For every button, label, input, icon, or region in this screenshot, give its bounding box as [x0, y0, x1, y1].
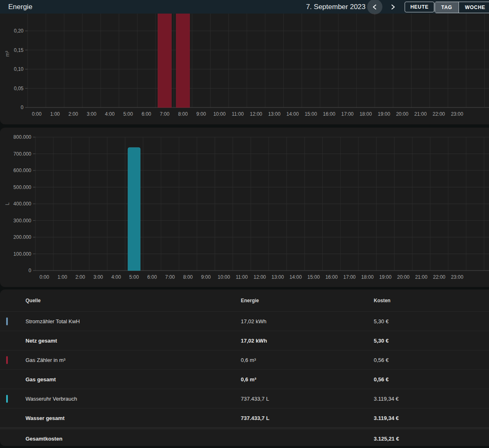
svg-text:L: L [5, 202, 10, 205]
svg-text:400.000: 400.000 [14, 201, 32, 207]
svg-text:200.000: 200.000 [14, 234, 32, 240]
svg-text:16:00: 16:00 [325, 274, 338, 280]
energy-value: 0,6 m³ [241, 376, 374, 383]
chevron-left-icon [371, 3, 379, 11]
svg-text:22:00: 22:00 [433, 111, 445, 117]
svg-text:3:00: 3:00 [93, 274, 103, 280]
page-title: Energie [8, 3, 33, 11]
cost-value: 3.119,34 € [374, 415, 489, 421]
svg-text:300.000: 300.000 [14, 218, 32, 224]
energy-value: 737.433,7 L [241, 415, 374, 421]
cost-value: 0,56 € [374, 357, 489, 363]
svg-text:6:00: 6:00 [147, 274, 157, 280]
svg-text:3:00: 3:00 [87, 111, 97, 117]
table-header-row: Quelle Energie Kosten [0, 289, 489, 311]
svg-text:0,05: 0,05 [14, 86, 24, 91]
app-header: Energie 7. September 2023 HEUTE TAGWOCHE… [0, 0, 489, 14]
table-row: Gas gesamt 0,6 m³ 0,56 € [0, 369, 489, 389]
svg-text:0:00: 0:00 [40, 274, 49, 280]
cost-value: 3.125,21 € [374, 436, 489, 442]
range-tab-tag[interactable]: TAG [435, 2, 459, 13]
svg-text:7:00: 7:00 [165, 274, 175, 280]
table-row: Wasser gesamt 737.433,7 L 3.119,34 € [0, 408, 489, 427]
cost-value: 5,30 € [374, 318, 489, 324]
svg-text:0,15: 0,15 [14, 47, 24, 53]
table-row: Netz gesamt 17,02 kWh 5,30 € [0, 331, 489, 350]
table-row: Wasseruhr Verbrauch 737.433,7 L 3.119,34… [0, 389, 489, 408]
svg-text:2:00: 2:00 [68, 111, 78, 117]
svg-text:4:00: 4:00 [105, 111, 115, 117]
source-label: Gas gesamt [26, 376, 241, 383]
source-label: Gesamtkosten [26, 436, 241, 442]
cost-value: 0,56 € [374, 376, 489, 383]
svg-text:500.000: 500.000 [14, 184, 32, 190]
gas-chart-card: 00,050,100,150,200:001:002:003:004:005:0… [0, 0, 489, 124]
svg-text:19:00: 19:00 [379, 274, 391, 280]
source-label: Netz gesamt [26, 338, 241, 344]
svg-text:21:00: 21:00 [415, 274, 427, 280]
today-button[interactable]: HEUTE [405, 2, 434, 12]
column-header-kosten: Kosten [374, 298, 489, 303]
svg-text:9:00: 9:00 [201, 274, 211, 280]
svg-text:23:00: 23:00 [451, 274, 463, 280]
svg-text:15:00: 15:00 [305, 111, 317, 117]
svg-text:0: 0 [21, 105, 23, 110]
svg-text:19:00: 19:00 [378, 111, 390, 117]
svg-text:8:00: 8:00 [178, 111, 188, 117]
series-color-swatch [6, 356, 8, 364]
source-label: Stromzähler Total KwH [26, 318, 241, 324]
svg-text:0,20: 0,20 [14, 28, 24, 34]
water-usage-chart: 0100.000200.000300.000400.000500.000600.… [0, 128, 489, 287]
svg-text:12:00: 12:00 [250, 111, 262, 117]
energy-value: 17,02 kWh [241, 318, 374, 324]
svg-text:m³: m³ [5, 51, 10, 57]
energy-dashboard: 00,050,100,150,200:001:002:003:004:005:0… [0, 0, 489, 448]
svg-text:800.000: 800.000 [14, 134, 32, 140]
table-row: Stromzähler Total KwH 17,02 kWh 5,30 € [0, 311, 489, 331]
energy-value: 0,6 m³ [241, 357, 374, 363]
svg-text:13:00: 13:00 [272, 274, 284, 280]
svg-text:17:00: 17:00 [343, 274, 356, 280]
range-tab-woche[interactable]: WOCHE [459, 2, 489, 13]
svg-text:0,10: 0,10 [14, 66, 24, 72]
svg-text:14:00: 14:00 [286, 111, 299, 117]
energy-value: 17,02 kWh [241, 338, 374, 344]
energy-value: 737.433,7 L [241, 396, 374, 402]
bar-5:00[interactable] [128, 147, 140, 271]
svg-text:8:00: 8:00 [183, 274, 193, 280]
svg-text:100.000: 100.000 [14, 251, 32, 257]
svg-text:13:00: 13:00 [268, 111, 280, 117]
bar-7:00[interactable] [158, 0, 172, 107]
energy-sources-table-card: Quelle Energie Kosten Stromzähler Total … [0, 289, 489, 446]
next-day-button[interactable] [385, 0, 400, 14]
cost-value: 5,30 € [374, 338, 489, 344]
svg-text:10:00: 10:00 [218, 274, 230, 280]
date-label: 7. September 2023 [306, 3, 366, 11]
svg-text:22:00: 22:00 [433, 274, 445, 280]
table-row: Gesamtkosten 3.125,21 € [0, 427, 489, 446]
svg-text:20:00: 20:00 [397, 274, 410, 280]
bar-8:00[interactable] [176, 0, 190, 107]
chevron-right-icon [389, 3, 397, 11]
svg-text:9:00: 9:00 [196, 111, 206, 117]
svg-text:17:00: 17:00 [341, 111, 354, 117]
source-label: Gas Zähler in m³ [26, 357, 241, 363]
svg-text:16:00: 16:00 [323, 111, 335, 117]
table-row: Gas Zähler in m³ 0,6 m³ 0,56 € [0, 350, 489, 369]
series-color-swatch [6, 317, 8, 325]
svg-text:18:00: 18:00 [359, 111, 372, 117]
svg-text:4:00: 4:00 [112, 274, 121, 280]
svg-text:0:00: 0:00 [32, 111, 42, 117]
svg-text:600.000: 600.000 [14, 168, 32, 173]
svg-text:1:00: 1:00 [58, 274, 68, 280]
svg-text:10:00: 10:00 [213, 111, 226, 117]
svg-text:2:00: 2:00 [75, 274, 85, 280]
previous-day-button[interactable] [367, 0, 382, 14]
column-header-energie: Energie [241, 298, 374, 303]
source-label: Wasser gesamt [26, 415, 241, 421]
svg-text:11:00: 11:00 [236, 274, 248, 280]
svg-text:20:00: 20:00 [396, 111, 408, 117]
svg-text:18:00: 18:00 [361, 274, 374, 280]
date-range-toggle: TAGWOCHEM [435, 2, 489, 13]
svg-text:5:00: 5:00 [129, 274, 139, 280]
